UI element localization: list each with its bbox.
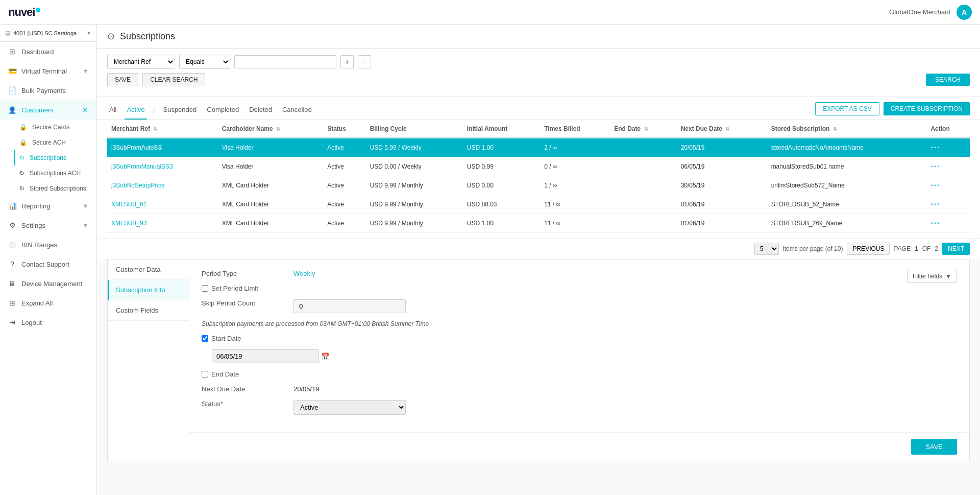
initial-amount-cell: USD 88.03 [463,195,540,214]
end-date-row: End Date [202,370,855,378]
cardholder-cell: XML Card Holder [218,195,324,214]
sidebar-item-stored-subscriptions[interactable]: ↻ Stored Subscriptions [14,181,96,196]
sidebar-item-label: Subscriptions ACH [30,170,81,177]
filter-icon: ▼ [945,273,951,280]
filter-fields-button[interactable]: Filter fields ▼ [907,270,957,283]
sidebar-item-bulk-payments[interactable]: 📄 Bulk Payments [0,81,96,100]
action-dots-button[interactable]: ··· [930,200,940,208]
merchant-ref-link[interactable]: j3SubNoSetupPrice [111,182,165,189]
status-select[interactable]: Active Suspended Cancelled [293,400,406,415]
sidebar-item-settings[interactable]: ⚙ Settings ▼ [0,216,96,235]
table-row[interactable]: j3SubNoSetupPrice XML Card Holder Active… [107,176,970,195]
device-management-icon: 🖥 [8,279,16,288]
sidebar-item-customers[interactable]: 👤 Customers ✕ [0,100,96,120]
merchant-ref-link[interactable]: XMLSUB_61 [111,201,146,208]
detail-tab-custom-fields[interactable]: Custom Fields [108,300,189,321]
col-next-due-date[interactable]: Next Due Date ⇅ [677,120,767,138]
settings-icon: ⚙ [8,221,16,229]
action-dots-button[interactable]: ··· [930,181,940,190]
status-cell: Active [323,157,365,176]
save-search-button[interactable]: SAVE [107,73,138,86]
user-avatar[interactable]: A [957,5,972,20]
col-merchant-ref[interactable]: Merchant Ref ⇅ [107,120,218,138]
pagination-row: 5102550 items per page (of 10) PREVIOUS … [97,238,980,259]
account-selector[interactable]: ▤ 4001 (USD) SC Saratoga ▼ [0,25,96,42]
top-nav: nuvei GlobalOne Merchant A [0,0,980,25]
remove-filter-button[interactable]: − [358,55,371,68]
stored-subscription-cell: unlimStoredSub572_Name [767,176,927,195]
tab-active[interactable]: Active [125,103,146,120]
next-due-date-value: 20/05/19 [293,385,320,393]
table-row[interactable]: j3SubFromManualSS3 Visa Holder Active US… [107,157,970,176]
end-date-checkbox[interactable] [202,371,208,378]
stored-subscription-cell: storedAutomaticNoAmountsName [767,138,927,157]
action-dots-button[interactable]: ··· [930,143,940,152]
detail-tab-customer-data[interactable]: Customer Data [108,260,189,280]
start-date-input[interactable] [212,349,319,363]
cardholder-cell: Visa Holder [218,138,324,157]
per-page-select[interactable]: 5102550 [754,243,779,255]
table-row[interactable]: XMLSUB_61 XML Card Holder Active USD 9.9… [107,195,970,214]
action-dots-button[interactable]: ··· [930,219,940,227]
start-date-checkbox[interactable] [202,335,208,342]
sidebar-item-reporting[interactable]: 📊 Reporting ▼ [0,196,96,216]
sidebar-item-contact-support[interactable]: ? Contact Support [0,254,96,274]
sidebar-item-expand-all[interactable]: ⊞ Expand All [0,293,96,313]
page-label: PAGE [894,245,910,252]
initial-amount-cell: USD 1.00 [463,214,540,233]
search-field-select[interactable]: Merchant Ref Cardholder Name Status Bill… [107,55,175,69]
close-icon[interactable]: ✕ [82,106,88,114]
sidebar-item-dashboard[interactable]: ⊞ Dashboard [0,42,96,61]
col-cardholder-name[interactable]: Cardholder Name ⇅ [218,120,324,138]
col-status: Status [323,120,365,138]
merchant-ref-link[interactable]: XMLSUB_93 [111,220,146,227]
merchant-ref-link[interactable]: j3SubFromAutoSS [111,144,162,151]
detail-tab-subscription-info[interactable]: Subscription Info [108,280,189,300]
sidebar-item-logout[interactable]: ⇥ Logout [0,313,96,332]
sidebar-item-label: Secure ACH [32,139,66,146]
sidebar-item-secure-cards[interactable]: 🔒 Secure Cards [14,120,96,135]
add-filter-button[interactable]: + [340,55,354,68]
cardholder-cell: XML Card Holder [218,176,324,195]
search-operator-select[interactable]: Equals Contains Starts With [179,55,230,69]
sidebar-item-subscriptions-ach[interactable]: ↻ Subscriptions ACH [14,166,96,181]
create-subscription-button[interactable]: CREATE SUBSCRIPTION [884,102,970,115]
export-csv-button[interactable]: EXPORT AS CSV [815,102,879,115]
table-row[interactable]: XMLSUB_93 XML Card Holder Active USD 9.9… [107,214,970,233]
set-period-limit-checkbox[interactable] [202,285,208,292]
next-page-button[interactable]: NEXT [942,243,970,255]
customers-label: Customers [21,106,54,114]
previous-page-button[interactable]: PREVIOUS [847,243,890,255]
tab-cancelled[interactable]: Cancelled [280,103,314,120]
sidebar-item-device-management[interactable]: 🖥 Device Management [0,274,96,293]
tab-suspended[interactable]: Suspended [161,103,199,120]
sidebar-item-subscriptions[interactable]: ↻ Subscriptions [14,150,96,166]
clear-search-button[interactable]: CLEAR SEARCH [142,73,205,86]
chevron-down-icon: ▼ [83,68,88,74]
action-dots-button[interactable]: ··· [930,162,940,171]
initial-amount-cell: USD 1.00 [463,138,540,157]
tab-deleted[interactable]: Deleted [247,103,274,120]
chevron-down-icon: ▼ [83,203,88,209]
table-row[interactable]: j3SubFromAutoSS Visa Holder Active USD 5… [107,138,970,157]
merchant-ref-link[interactable]: j3SubFromManualSS3 [111,163,173,170]
search-button[interactable]: SEARCH [926,74,970,86]
sidebar-item-secure-ach[interactable]: 🔒 Secure ACH [14,135,96,150]
col-stored-subscription[interactable]: Stored Subscription ⇅ [767,120,927,138]
sidebar-item-bin-ranges[interactable]: ▦ BIN Ranges [0,235,96,254]
detail-save-button[interactable]: SAVE [911,439,957,455]
col-end-date[interactable]: End Date ⇅ [610,120,676,138]
main-content: ⊙ Subscriptions Merchant Ref Cardholder … [97,25,980,495]
merchant-ref-cell: j3SubFromAutoSS [107,138,218,157]
sidebar-item-virtual-terminal[interactable]: 💳 Virtual Terminal ▼ [0,61,96,81]
times-billed-cell: 11 / ∞ [540,195,610,214]
stored-subscription-cell: STOREDSUB_52_Name [767,195,927,214]
search-value-input[interactable] [234,55,336,68]
tab-all[interactable]: All [107,103,118,120]
skip-period-count-input[interactable] [293,299,406,313]
calendar-icon[interactable]: 📅 [321,352,330,361]
sidebar-item-label: BIN Ranges [21,241,57,249]
tab-completed[interactable]: Completed [205,103,241,120]
customers-icon: 👤 [8,106,16,114]
merchant-ref-cell: XMLSUB_61 [107,195,218,214]
